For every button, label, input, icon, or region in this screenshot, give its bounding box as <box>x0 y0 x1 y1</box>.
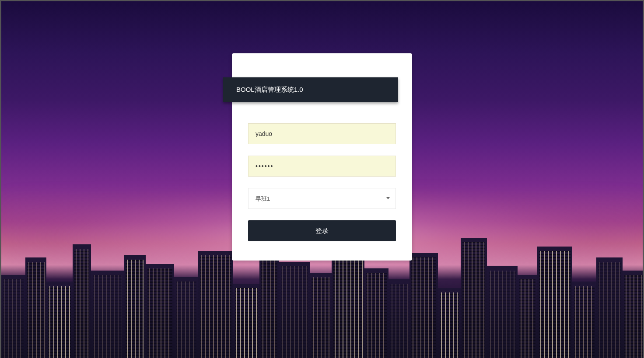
app-title: BOOL酒店管理系统1.0 <box>236 86 303 93</box>
shift-select[interactable]: 早班1 <box>248 188 396 209</box>
password-input[interactable] <box>248 156 396 177</box>
login-form: 早班1 登录 <box>248 123 396 241</box>
username-input[interactable] <box>248 123 396 144</box>
login-card: BOOL酒店管理系统1.0 早班1 登录 <box>232 53 412 261</box>
login-button[interactable]: 登录 <box>248 220 396 241</box>
shift-select-wrap: 早班1 <box>248 188 396 209</box>
title-banner: BOOL酒店管理系统1.0 <box>223 77 398 102</box>
